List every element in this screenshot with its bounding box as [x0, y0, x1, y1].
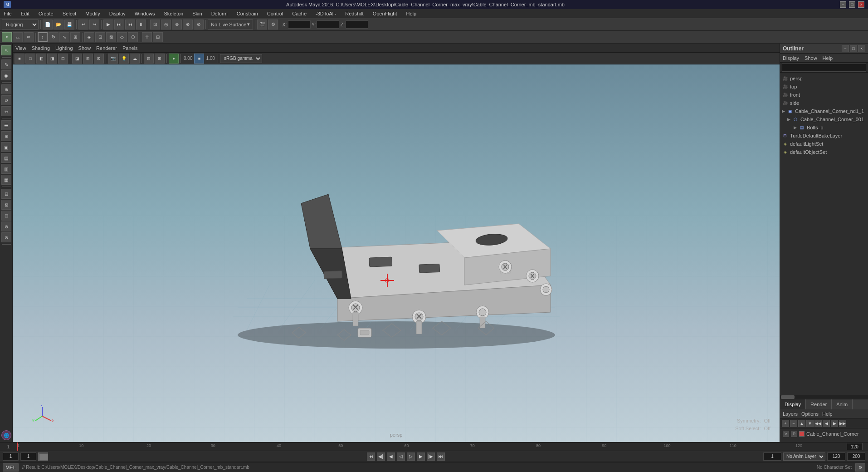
bottom-btn1[interactable]: ⊟ — [1, 189, 11, 199]
timeline-ruler[interactable]: 1 10 20 30 40 50 60 70 80 90 100 110 120 — [17, 442, 841, 451]
snap4-btn[interactable]: ⬡ — [128, 32, 138, 42]
tab-display[interactable]: Display — [780, 399, 806, 409]
geo3-btn[interactable]: ▥ — [1, 164, 11, 174]
minimize-button[interactable]: − — [840, 1, 846, 8]
menu-modify[interactable]: Modify — [83, 10, 102, 17]
vp-tb-btn1[interactable]: ■ — [15, 54, 24, 64]
tree-item-mesh1[interactable]: ▶ ⬡ Cable_Channel_Corner_001 — [780, 115, 868, 123]
vp-shadow-btn[interactable]: ☁ — [130, 54, 140, 64]
vp-grid-btn[interactable]: ⊟ — [144, 54, 154, 64]
no-live-surface-btn[interactable]: No Live Surface ▾ — [208, 20, 253, 30]
tree-item-lightset[interactable]: ◈ defaultLightSet — [780, 140, 868, 148]
layer-add-btn[interactable]: + — [782, 420, 789, 427]
menu-display[interactable]: Display — [107, 10, 127, 17]
menu-redshift[interactable]: Redshift — [343, 10, 365, 17]
vp-menu-panels[interactable]: Panels — [122, 45, 138, 51]
vp-menu-renderer[interactable]: Renderer — [96, 45, 117, 51]
z-coord-input[interactable] — [346, 20, 368, 29]
vp-gamma-toggle[interactable]: ■ — [194, 54, 204, 64]
mode-dropdown[interactable]: Rigging Animation Modeling Rendering — [2, 20, 39, 30]
skip-start-btn[interactable]: ⏮ — [367, 452, 375, 461]
menu-openflight[interactable]: OpenFlight — [371, 10, 399, 17]
render-settings-btn[interactable]: ⚙ — [268, 20, 278, 30]
tree-item-turtle[interactable]: ⊟ TurtleDefaultBakeLayer — [780, 132, 868, 140]
tree-item-group1[interactable]: ▶ ▣ Cable_Channel_Corner_nd1_1 — [780, 107, 868, 115]
layer-skip-end-btn[interactable]: ▶▶ — [839, 420, 846, 427]
snap2-btn[interactable]: ⊠ — [106, 32, 116, 42]
show-hide-btn[interactable]: ☰ — [1, 120, 11, 130]
frame-btn[interactable]: ⊟ — [153, 32, 163, 42]
snap-btn1[interactable]: ⊡ — [150, 20, 160, 30]
plus-btn[interactable]: ✛ — [142, 32, 152, 42]
vp-tb-btn2[interactable]: □ — [25, 54, 35, 64]
vp-tb-btn5[interactable]: ⊡ — [58, 54, 68, 64]
vp-cam-btn[interactable]: 📷 — [108, 54, 118, 64]
vp-colorspace-dropdown[interactable]: sRGB gamma — [220, 54, 262, 63]
outliner-menu-show[interactable]: Show — [805, 55, 817, 61]
render-btn[interactable]: 🎬 — [257, 20, 267, 30]
menu-cache[interactable]: Cache — [290, 10, 308, 17]
geo2-btn[interactable]: ▤ — [1, 153, 11, 163]
new-scene-btn[interactable]: 📄 — [43, 20, 53, 30]
move-btn[interactable]: ⊕ — [1, 84, 11, 94]
bottom-btn5[interactable]: ⊘ — [1, 232, 11, 242]
layer-prev-btn[interactable]: ◀ — [823, 420, 830, 427]
geo4-btn[interactable]: ▦ — [1, 175, 11, 185]
outliner-maximize-btn[interactable]: □ — [850, 45, 857, 52]
tree-item-objectset[interactable]: ◈ defaultObjectSet — [780, 148, 868, 156]
menu-windows[interactable]: Windows — [133, 10, 157, 17]
sub-frame-input[interactable] — [20, 452, 36, 461]
move-tool-btn[interactable]: ↕ — [38, 32, 48, 42]
menu-edit[interactable]: Edit — [19, 10, 31, 17]
layer-next-btn[interactable]: ▶ — [831, 420, 838, 427]
vp-menu-lighting[interactable]: Lighting — [55, 45, 73, 51]
vp-shading-btn[interactable]: ◪ — [72, 54, 82, 64]
lasso-tool-btn[interactable]: ⌓ — [13, 32, 23, 42]
skip-end-btn[interactable]: ⏭ — [437, 452, 445, 461]
tab-anim[interactable]: Anim — [832, 399, 853, 409]
play-back-btn[interactable]: ◁ — [397, 452, 405, 461]
snap-btn4[interactable]: ⊗ — [183, 20, 193, 30]
y-coord-input[interactable] — [317, 20, 339, 29]
vp-tb-btn3[interactable]: ◧ — [36, 54, 46, 64]
scale-tool-btn[interactable]: ⤡ — [59, 32, 69, 42]
vp-wire-btn[interactable]: ⊞ — [83, 54, 93, 64]
tree-item-front[interactable]: 🎥 front — [780, 91, 868, 99]
sculpt-btn[interactable]: ◉ — [1, 70, 11, 80]
paint-tool-btn[interactable]: ✎ — [1, 59, 11, 69]
layers-menu-help[interactable]: Help — [822, 411, 833, 417]
layer-row-1[interactable]: V P Cable_Channel_Corner — [781, 429, 867, 438]
geo1-btn[interactable]: ▣ — [1, 142, 11, 152]
soft-mod-btn[interactable]: ◈ — [84, 32, 94, 42]
snap-btn5[interactable]: ⊘ — [194, 20, 204, 30]
vp-tb-btn4[interactable]: ◨ — [47, 54, 57, 64]
x-coord-input[interactable] — [288, 20, 311, 29]
mel-mode-btn[interactable]: MEL — [3, 463, 19, 472]
outliner-close-btn[interactable]: × — [858, 45, 865, 52]
layers-menu-options[interactable]: Options — [801, 411, 819, 417]
rotate-btn[interactable]: ↺ — [1, 95, 11, 105]
status-settings-btn[interactable]: ⚙ — [855, 463, 865, 472]
layer-color-swatch[interactable] — [799, 431, 805, 437]
vp-xray-btn[interactable]: ⊠ — [94, 54, 104, 64]
start-range-input[interactable] — [763, 452, 781, 461]
tree-item-side[interactable]: 🎥 side — [780, 99, 868, 107]
tree-item-persp[interactable]: 🎥 persp — [780, 74, 868, 83]
outliner-menu-display[interactable]: Display — [783, 55, 799, 61]
tb-btn2[interactable]: ⏭ — [114, 20, 124, 30]
prev-frame-btn[interactable]: ◀ — [387, 452, 395, 461]
timeline[interactable]: 1 1 10 20 30 40 50 60 70 80 90 100 110 1… — [0, 442, 868, 451]
menu-file[interactable]: File — [2, 10, 14, 17]
menu-select[interactable]: Select — [61, 10, 78, 17]
bottom-btn2[interactable]: ⊠ — [1, 200, 11, 210]
close-button[interactable]: × — [858, 1, 864, 8]
vp-green-btn[interactable]: ● — [169, 54, 179, 64]
prev-key-btn[interactable]: ◀| — [377, 452, 385, 461]
menu-3dtoall[interactable]: -3DToAll- — [314, 10, 338, 17]
viewport-3d[interactable]: persp Symmetry: Off Soft Select: Off — [13, 64, 780, 442]
layer-move-down-btn[interactable]: ▼ — [806, 420, 814, 427]
menu-skeleton[interactable]: Skeleton — [162, 10, 185, 17]
rotate-tool-btn[interactable]: ↻ — [49, 32, 59, 42]
tree-item-top[interactable]: 🎥 top — [780, 83, 868, 91]
snap3-btn[interactable]: ◇ — [117, 32, 127, 42]
